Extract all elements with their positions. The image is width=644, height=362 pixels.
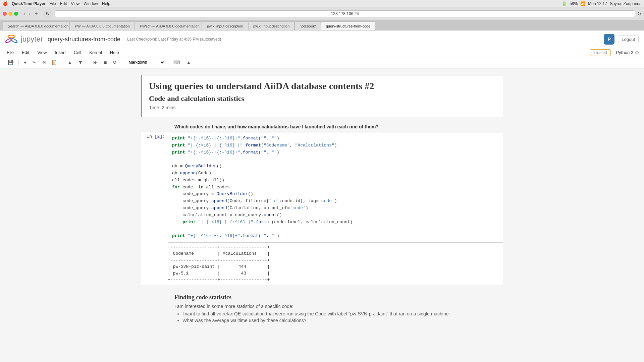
app-name: QuickTime Player <box>12 1 46 6</box>
code-editor[interactable]: print "+{:-^16}-+{:-^16}+".format("", ""… <box>168 132 503 243</box>
back-button[interactable]: ‹ <box>22 10 26 17</box>
paste-cell-button[interactable]: 📋 <box>49 58 59 66</box>
text-section: Finding code statistics I am interested … <box>141 289 503 327</box>
address-bar[interactable] <box>55 10 635 17</box>
menu-edit[interactable]: Edit <box>20 49 31 56</box>
wifi-icon: 📶 <box>580 1 585 6</box>
code-line-1: print "+{:-^16}-+{:-^16}+".format("", ""… <box>172 135 499 142</box>
cell-prompt: In [2]: <box>141 132 168 139</box>
add-tab-button[interactable]: + <box>33 10 39 17</box>
loading-indicator: ↻ <box>43 9 53 19</box>
code-line-5: qb = QueryBuilder() <box>172 163 499 170</box>
interrupt-button[interactable]: ■ <box>102 58 109 66</box>
nav-buttons: ‹ › <box>22 10 31 17</box>
menu-window[interactable]: Window <box>84 1 98 6</box>
tab-pw-aiida[interactable]: PW — AiiDA 0.8.0 documentation <box>70 21 135 30</box>
notebook-container: Using queries to understand AiiDA databa… <box>121 75 523 327</box>
datetime: Mon 12:17 <box>588 1 607 6</box>
copy-cell-button[interactable]: ⎘ <box>40 58 48 66</box>
jupyter-logo-area: jupyter query-structures-from-code Last … <box>5 33 221 45</box>
jupyter-logo-icon <box>5 33 17 45</box>
window-controls <box>3 12 18 16</box>
restart-button[interactable]: ↺ <box>110 58 119 66</box>
code-line-6: qb.append(Code) <box>172 170 499 177</box>
output-table: +------------------+------------------+ … <box>168 243 503 285</box>
jupyter-header: jupyter query-structures-from-code Last … <box>0 31 644 48</box>
move-down-button[interactable]: ▼ <box>76 58 85 66</box>
forward-button[interactable]: › <box>27 10 32 17</box>
cell-input: In [2]: print "+{:-^16}-+{:-^16}+".forma… <box>141 132 503 243</box>
tab-notebook[interactable]: notebook/ <box>294 21 321 30</box>
toolbar-separator-4 <box>122 59 122 66</box>
minimize-window-button[interactable] <box>8 12 12 16</box>
code-line-10: code_query.append(Code, filters={'id':co… <box>172 198 499 205</box>
username: Spyros Zoupanos <box>610 1 641 6</box>
toolbar-separator-1 <box>18 59 19 66</box>
tab-search-aiida[interactable]: Search — AiiDA 0.8.0 documentation <box>3 21 70 30</box>
kernel-status-circle <box>635 51 639 54</box>
cell-type-select[interactable]: Markdown Code Raw NBConvert <box>125 59 165 66</box>
browser-tabs: Search — AiiDA 0.8.0 documentation PW — … <box>0 20 644 30</box>
toggle-toolbar-button[interactable]: ▲ <box>184 58 193 66</box>
jupyter-brand: jupyter <box>21 35 43 44</box>
code-line-12: calculation_count = code_query.count() <box>172 212 499 219</box>
maximize-window-button[interactable] <box>14 12 18 16</box>
menu-help[interactable]: Help <box>109 49 120 56</box>
reload-button[interactable]: ↻ <box>637 11 641 16</box>
apple-icon[interactable]: 🍎 <box>3 1 8 6</box>
menu-edit[interactable]: Edit <box>60 1 67 6</box>
close-window-button[interactable] <box>3 12 7 16</box>
checkpoint-info: Last Checkpoint: Last Friday at 4:36 PM … <box>127 37 221 42</box>
toolbar-separator-5 <box>168 59 168 66</box>
code-line-7: all_codes = qb.all() <box>172 177 499 184</box>
save-button[interactable]: 💾 <box>5 58 16 66</box>
python-logo-icon: P <box>604 34 614 45</box>
browser-toolbar: ‹ › + ↻ ↻ <box>0 7 644 20</box>
run-next-button[interactable]: ⏭ <box>91 58 100 66</box>
browser-chrome: ‹ › + ↻ ↻ Search — AiiDA 0.8.0 documenta… <box>0 7 644 31</box>
cell-output: +------------------+------------------+ … <box>141 243 503 285</box>
notebook-name[interactable]: query-structures-from-code <box>48 36 120 43</box>
mac-top-bar: 🍎 QuickTime Player File Edit View Window… <box>0 0 644 7</box>
battery-icon: 🔋 <box>562 1 567 6</box>
code-line-13: print "| {:<16} | {:^16} |".format(code.… <box>172 219 499 226</box>
move-up-button[interactable]: ▲ <box>65 58 74 66</box>
menu-file[interactable]: File <box>50 1 56 6</box>
code-cell-2[interactable]: In [2]: print "+{:-^16}-+{:-^16}+".forma… <box>141 132 503 285</box>
menu-view[interactable]: View <box>36 49 48 56</box>
tab-pwx-input1[interactable]: pw.x: input description <box>202 21 248 30</box>
add-cell-button[interactable]: + <box>21 58 29 66</box>
keyboard-shortcuts-button[interactable]: ⌨ <box>171 58 182 66</box>
logout-button[interactable]: Logout <box>618 36 639 43</box>
menu-view[interactable]: View <box>71 1 80 6</box>
menu-kernel[interactable]: Kernel <box>88 49 103 56</box>
question-text: Which codes do I have, and how many calc… <box>141 121 503 132</box>
code-line-9: code_query = QueryBuilder() <box>172 191 499 198</box>
section-heading: Finding code statistics <box>174 294 470 301</box>
bullet-list: I want to find all vc-relax QE-calculati… <box>182 311 470 323</box>
menu-insert[interactable]: Insert <box>53 49 67 56</box>
tab-query-structures[interactable]: query-structures-from-code <box>321 21 376 30</box>
trusted-button[interactable]: Trusted <box>590 49 610 56</box>
code-line-15: print "+{:-^16}-+{:-^16}+".format("", ""… <box>172 233 499 240</box>
tab-pwscf-aiida[interactable]: PWscf — AiiDA 0.8.0 documentation <box>135 21 202 30</box>
tab-pwx-input2[interactable]: pw.x: input description <box>248 21 294 30</box>
title-cell[interactable]: Using queries to understand AiiDA databa… <box>141 75 503 117</box>
jupyter-title-row: jupyter query-structures-from-code Last … <box>5 33 639 45</box>
menu-file[interactable]: File <box>5 49 15 56</box>
jupyter-toolbar: 💾 + ✂ ⎘ 📋 ▲ ▼ ⏭ ■ ↺ Markdown Code Raw NB… <box>0 57 644 68</box>
cut-cell-button[interactable]: ✂ <box>30 58 39 66</box>
code-line-2: print "| {:<16} | {:^16} |".format("Code… <box>172 142 499 149</box>
section-intro: I am interested in some more statistics … <box>174 304 470 309</box>
menu-help[interactable]: Help <box>102 1 110 6</box>
menu-cell[interactable]: Cell <box>72 49 83 56</box>
code-line-11: code_query.append(Calculation, output_of… <box>172 205 499 212</box>
kernel-name: Python 2 <box>616 50 633 55</box>
main-content: Using queries to understand AiiDA databa… <box>0 68 644 362</box>
notebook-subtitle: Code and calculation statistics <box>149 94 496 103</box>
list-item-1: I want to find all vc-relax QE-calculati… <box>182 311 470 316</box>
jupyter-header-right: P Logout <box>604 34 639 45</box>
notebook-title: Using queries to understand AiiDA databa… <box>149 81 496 92</box>
jupyter-menubar: File Edit View Insert Cell Kernel Help T… <box>0 48 644 57</box>
svg-point-0 <box>8 35 15 38</box>
